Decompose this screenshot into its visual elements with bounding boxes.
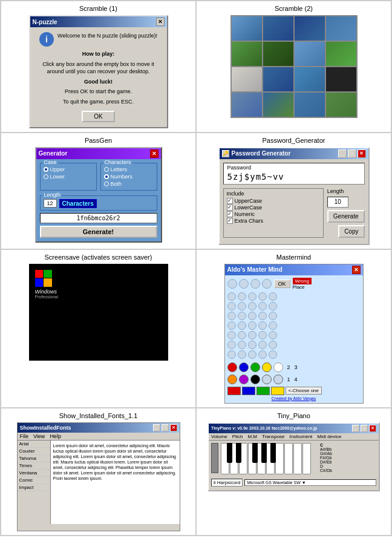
mastermind-choose-btn[interactable]: <-Choose one (286, 387, 322, 395)
peg-4-1[interactable] (227, 321, 236, 330)
color-peg-empty2[interactable] (273, 375, 283, 384)
piano-menu-instrument[interactable]: Instrument (290, 434, 313, 439)
puzzle-piece-16[interactable] (326, 93, 356, 117)
peg-5-4[interactable] (258, 331, 267, 339)
fonts-sidebar-item-arial[interactable]: Arial (18, 441, 50, 448)
pwgen-minimize-btn[interactable]: _ (338, 149, 347, 158)
peg-4-2[interactable] (238, 321, 246, 330)
bar-red[interactable] (227, 387, 241, 395)
peg-6-5[interactable] (269, 341, 277, 349)
color-peg-red[interactable] (227, 362, 237, 372)
piano-key-ds[interactable] (236, 443, 241, 463)
passgen-length-value[interactable]: 12 (44, 199, 57, 208)
mastermind-ok-button[interactable]: OK (274, 280, 290, 288)
piano-menu-pitch[interactable]: Pitch (232, 434, 243, 439)
passgen-both-radio[interactable] (104, 182, 109, 186)
puzzle-piece-4[interactable] (326, 16, 356, 41)
pwgen-length-input[interactable]: 10 (327, 197, 348, 208)
mastermind-hole-2[interactable] (239, 279, 249, 289)
mastermind-hole-3[interactable] (250, 279, 260, 289)
piano-key-cs[interactable] (227, 443, 232, 463)
piano-key-b[interactable] (275, 443, 284, 474)
fonts-sidebar-item-verdana[interactable]: Verdana (18, 470, 50, 477)
fonts-sidebar-item-comic[interactable]: Comic (18, 477, 50, 484)
peg-2-5[interactable] (269, 302, 277, 310)
fonts-menu-help[interactable]: Help (50, 433, 61, 439)
peg-3-3[interactable] (248, 312, 256, 320)
piano-menu-midi[interactable]: Midi device (317, 434, 341, 439)
peg-3-2[interactable] (238, 312, 246, 320)
piano-menu-volume[interactable]: Volume (211, 434, 227, 439)
fonts-sidebar-item-times[interactable]: Times (18, 462, 50, 470)
pwgen-extrachars-checkbox[interactable]: ✓ (227, 218, 233, 224)
color-peg-green[interactable] (250, 362, 260, 372)
peg-4-4[interactable] (258, 321, 267, 330)
piano-instrument-select[interactable]: li Harpsicord (211, 479, 243, 487)
peg-1-1[interactable] (227, 292, 236, 301)
puzzle-piece-3[interactable] (295, 16, 325, 41)
pwgen-uppercase-checkbox[interactable]: ✓ (227, 198, 233, 204)
mastermind-hole-1[interactable] (227, 279, 237, 289)
peg-3-4[interactable] (258, 312, 267, 320)
piano-close-btn[interactable]: ✕ (369, 425, 376, 432)
passgen-lower-radio[interactable] (44, 174, 48, 179)
puzzle-piece-7[interactable] (295, 42, 325, 66)
puzzle-piece-13[interactable] (232, 93, 262, 117)
color-peg-black[interactable] (250, 375, 260, 384)
pwgen-lowercase-checkbox[interactable]: ✓ (227, 205, 233, 211)
pwgen-close-btn[interactable]: ✕ (358, 149, 366, 158)
color-peg-orange[interactable] (227, 375, 237, 384)
puzzle-piece-1[interactable] (232, 16, 262, 41)
passgen-generate-button[interactable]: Generate! (40, 226, 157, 238)
puzzle-piece-empty[interactable] (326, 67, 356, 91)
passgen-close-btn[interactable]: ✕ (150, 149, 158, 158)
peg-2-4[interactable] (258, 302, 267, 310)
fonts-close-btn[interactable]: ✕ (170, 424, 177, 431)
bar-blue[interactable] (242, 387, 255, 395)
pwgen-generate-button[interactable]: Generate (327, 210, 365, 223)
piano-menu-transpose[interactable]: Transpose (262, 434, 285, 439)
mastermind-hole-4[interactable] (262, 279, 272, 289)
npuzzle-close-button[interactable]: ✕ (156, 18, 165, 26)
mastermind-credit[interactable]: Created by Aldo Vargas (227, 396, 361, 401)
pwgen-copy-button[interactable]: Copy (338, 225, 364, 238)
peg-4-5[interactable] (269, 321, 277, 330)
puzzle-piece-11[interactable] (295, 67, 325, 91)
piano-key-gs[interactable] (261, 443, 267, 463)
bar-green[interactable] (256, 387, 270, 395)
peg-1-2[interactable] (238, 292, 246, 301)
peg-3-1[interactable] (227, 312, 236, 320)
color-peg-white[interactable] (273, 362, 283, 372)
piano-key-c2[interactable] (284, 443, 293, 474)
piano-minimize-btn[interactable]: _ (352, 425, 359, 432)
puzzle-piece-15[interactable] (295, 93, 325, 117)
color-peg-empty[interactable] (262, 375, 272, 384)
puzzle-piece-2[interactable] (263, 16, 293, 41)
passgen-numbers-radio[interactable] (104, 174, 109, 179)
peg-7-4[interactable] (258, 350, 267, 359)
peg-7-1[interactable] (227, 350, 236, 359)
peg-6-3[interactable] (248, 341, 256, 349)
bar-yellow[interactable] (271, 387, 284, 395)
piano-key-d2[interactable] (293, 443, 302, 474)
piano-maximize-btn[interactable]: □ (361, 425, 368, 432)
peg-6-4[interactable] (258, 341, 267, 349)
peg-7-2[interactable] (238, 350, 246, 359)
puzzle-piece-10[interactable] (263, 67, 293, 91)
fonts-menu-view[interactable]: View (33, 433, 45, 439)
peg-1-4[interactable] (258, 292, 267, 301)
puzzle-piece-5[interactable] (232, 42, 262, 66)
puzzle-piece-14[interactable] (263, 93, 293, 117)
fonts-sidebar-item-impact[interactable]: Impact (18, 484, 50, 491)
peg-1-5[interactable] (269, 292, 277, 301)
piano-menu-mm[interactable]: M.M (247, 434, 257, 439)
peg-7-3[interactable] (248, 350, 256, 359)
peg-7-5[interactable] (269, 350, 277, 359)
npuzzle-ok-button[interactable]: OK (82, 111, 114, 122)
color-peg-blue[interactable] (239, 362, 249, 372)
fonts-minimize-btn[interactable]: _ (153, 424, 160, 431)
pwgen-maximize-btn[interactable]: □ (348, 149, 356, 158)
fonts-sidebar-item-tahoma[interactable]: Tahoma (18, 455, 50, 462)
peg-2-2[interactable] (238, 302, 246, 310)
peg-4-3[interactable] (248, 321, 256, 330)
